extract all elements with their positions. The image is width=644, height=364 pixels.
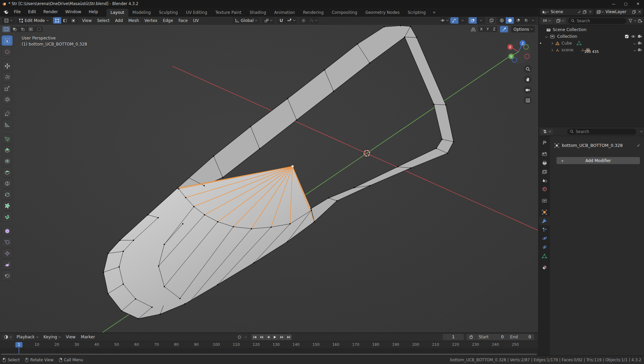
frame-end-field[interactable]: End0 (507, 334, 534, 340)
viewport-3d[interactable]: Edit Mode ViewSelectAddMeshVertexEdgeFac… (0, 17, 538, 333)
menubar-item[interactable]: Help (85, 7, 101, 17)
next-keyframe-button[interactable] (279, 334, 285, 340)
select-box-tool[interactable] (2, 35, 13, 46)
zoom-view-button[interactable] (524, 65, 532, 73)
tab-world[interactable] (539, 185, 550, 193)
current-frame-badge[interactable]: 1 (16, 342, 23, 347)
viewport-menu-item[interactable]: Face (176, 18, 190, 23)
xray-toggle[interactable] (487, 17, 496, 24)
transform-tool[interactable] (2, 94, 13, 104)
outliner-row-scene-empty[interactable]: scene 103 435 (539, 47, 644, 53)
outliner-filter-dropdown[interactable] (554, 18, 566, 24)
pivot-point-dropdown[interactable] (262, 17, 275, 24)
viewport-menu-item[interactable]: Edge (160, 18, 176, 23)
jump-to-end-button[interactable] (285, 334, 292, 340)
rendered-shading-button[interactable] (522, 17, 530, 24)
checkbox-icon[interactable] (625, 34, 629, 38)
previous-keyframe-button[interactable] (258, 334, 265, 340)
tab-object-data[interactable] (539, 252, 550, 260)
blender-app-menu-icon[interactable] (3, 10, 9, 14)
toggle-orthographic-button[interactable] (524, 96, 532, 104)
viewport-menu-item[interactable]: Add (112, 18, 125, 23)
minimize-button[interactable]: — (607, 0, 620, 7)
viewport-menu-item[interactable]: UV (190, 18, 201, 23)
rotate-tool[interactable] (2, 72, 13, 82)
play-reverse-button[interactable] (265, 334, 271, 340)
outliner-display-mode-dropdown[interactable] (541, 18, 553, 24)
menubar-item[interactable]: File (10, 7, 24, 17)
mirror-y-toggle[interactable]: Y (485, 26, 491, 32)
properties-options-dropdown[interactable] (640, 130, 643, 132)
properties-editor-type-dropdown[interactable] (541, 129, 553, 135)
workspace-tab[interactable]: Modeling (128, 9, 155, 17)
poly-build-tool[interactable] (2, 201, 13, 211)
camera-toggle-icon[interactable] (638, 35, 642, 38)
face-select-mode-button[interactable] (69, 17, 77, 24)
show-gizmo-toggle[interactable] (450, 17, 458, 24)
workspace-tab[interactable]: Geometry Nodes (361, 9, 404, 17)
workspace-tab[interactable]: Compositing (328, 9, 361, 17)
tab-constraints[interactable] (539, 243, 550, 252)
loop-cut-tool[interactable] (2, 178, 13, 188)
outliner-search[interactable]: Search (568, 18, 626, 24)
material-preview-shading-button[interactable] (514, 17, 522, 24)
maximize-button[interactable]: ▢ (620, 0, 632, 7)
expand-arrow-icon[interactable] (551, 49, 553, 51)
timeline-menu-item[interactable]: View (63, 335, 78, 339)
tab-collection-props[interactable] (539, 196, 550, 205)
tab-object[interactable] (539, 208, 550, 216)
transform-orientation-dropdown[interactable]: Global (233, 17, 259, 24)
unlink-scene-icon[interactable]: ✕ (589, 9, 592, 14)
options-dropdown[interactable]: Options (511, 26, 535, 32)
object-visibility-dropdown[interactable] (440, 17, 448, 24)
play-button[interactable] (272, 334, 278, 340)
keying-set-dropdown[interactable] (243, 334, 248, 340)
add-cube-tool[interactable] (2, 134, 13, 144)
outliner-row-cube[interactable]: Cube (539, 40, 644, 47)
pan-view-button[interactable] (524, 75, 532, 83)
select-extend-mode-button[interactable] (10, 26, 18, 32)
timeline-menu-item[interactable]: Keying (41, 335, 63, 339)
use-preview-range-toggle[interactable] (467, 334, 475, 340)
camera-toggle-icon[interactable] (638, 48, 642, 52)
auto-keying-toggle[interactable] (236, 334, 243, 340)
viewlayer-selector[interactable]: ViewLayer ✕ (595, 9, 643, 15)
workspace-tab[interactable]: Sculpting (155, 9, 182, 17)
annotate-tool[interactable] (2, 108, 13, 119)
timeline-menu-item[interactable]: Playback (14, 335, 41, 339)
snap-settings-dropdown[interactable] (285, 17, 297, 24)
tab-output[interactable] (539, 158, 550, 167)
workspace-tab[interactable]: Rendering (299, 9, 328, 17)
jump-to-start-button[interactable] (252, 334, 258, 340)
new-collection-icon[interactable] (638, 19, 642, 23)
close-button[interactable]: ✕ (632, 0, 644, 7)
timeline-editor-type-dropdown[interactable] (2, 334, 14, 340)
select-subtract-mode-button[interactable] (19, 26, 26, 32)
properties-search[interactable]: Search (567, 129, 636, 135)
copy-scene-icon[interactable] (583, 10, 587, 14)
remove-viewlayer-icon[interactable]: ✕ (638, 9, 641, 14)
spin-tool[interactable] (2, 212, 13, 222)
extrude-region-tool[interactable] (2, 145, 13, 155)
overlays-dropdown[interactable] (477, 17, 485, 24)
funnel-filter-dropdown[interactable] (634, 19, 636, 22)
hide-toggle-icon[interactable] (634, 42, 636, 44)
move-tool[interactable] (2, 61, 13, 71)
hide-toggle-icon[interactable] (634, 49, 636, 51)
outliner-row-collection[interactable]: Collection (539, 33, 644, 40)
copy-viewlayer-icon[interactable] (632, 10, 636, 14)
camera-toggle-icon[interactable] (638, 42, 642, 45)
tab-scene[interactable] (539, 176, 550, 185)
mode-selector[interactable]: Edit Mode (17, 17, 51, 24)
timeline-track[interactable] (0, 348, 538, 354)
mirror-z-toggle[interactable]: Z (491, 26, 497, 32)
shrink-fatten-tool[interactable] (2, 248, 13, 258)
menubar-item[interactable]: Edit (24, 7, 40, 17)
proportional-falloff-dropdown[interactable] (308, 17, 318, 24)
timeline-ruler[interactable]: 1020304050607080901001101201301401501601… (0, 341, 538, 348)
shear-tool[interactable] (2, 259, 13, 269)
workspace-tab[interactable]: Shading (245, 9, 270, 17)
bevel-tool[interactable] (2, 167, 13, 177)
funnel-filter-icon[interactable] (628, 19, 633, 23)
viewport-menu-item[interactable]: Vertex (142, 18, 160, 23)
